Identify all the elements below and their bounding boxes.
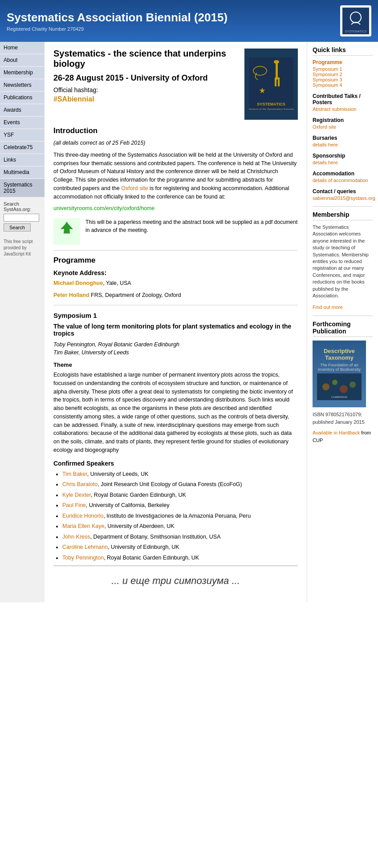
theme-label: Theme: [53, 361, 298, 368]
symposium3-link[interactable]: Symposium 3: [313, 77, 373, 82]
speaker-link[interactable]: Paul Fine: [62, 502, 86, 508]
list-item: Caroline Lehmann, University of Edinburg…: [62, 544, 298, 552]
search-button[interactable]: Search: [4, 223, 31, 231]
main-content: Systematics - the science that underpins…: [45, 42, 307, 602]
sidebar-item-newsletters[interactable]: Newsletters: [0, 79, 45, 91]
search-label: Search SystAss.org:: [4, 201, 41, 212]
intro-note: (all details correct as of 25 Feb 2015): [53, 139, 298, 147]
sidebar-item-ysf[interactable]: YSF: [0, 129, 45, 141]
list-item: Euridice Honorlo, Instituto de Investiga…: [62, 512, 298, 520]
sidebar-divider1: [313, 206, 373, 207]
search-input[interactable]: [4, 214, 39, 222]
sidebar-item-membership[interactable]: Membership: [0, 67, 45, 79]
qs-contributed: Contributed Talks / Posters Abstract sub…: [313, 93, 373, 112]
list-item: Kyle Dexter, Royal Botanic Garden Edinbu…: [62, 491, 298, 499]
hashtag-label: Official hashtag:: [53, 86, 238, 93]
sponsorship-link[interactable]: details here: [313, 160, 373, 165]
keynote2-name-link[interactable]: Peter Holland: [53, 292, 89, 298]
abstract-submission-link[interactable]: Abstract submission: [313, 106, 373, 112]
sponsorship-title: Sponsorship: [313, 153, 373, 159]
symposium4-link[interactable]: Symposium 4: [313, 82, 373, 88]
svg-rect-7: [275, 77, 276, 86]
available-link[interactable]: Available in Hardback: [313, 430, 360, 435]
qs-contact: Contact / queries sabiennial2015@systass…: [313, 188, 373, 201]
speaker-link[interactable]: Maria Ellen Kaye: [62, 523, 105, 529]
sidebar-item-multimedia[interactable]: Multimedia: [0, 166, 45, 178]
keynote1: Michael Donoghue, Yale, USA: [53, 279, 298, 288]
contributed-title: Contributed Talks / Posters: [313, 93, 373, 105]
sidebar-item-awards[interactable]: Awards: [0, 104, 45, 116]
programme-link[interactable]: Programme: [313, 59, 373, 65]
quick-links-title: Quick links: [313, 46, 373, 56]
paperless-note: This will be a paperless meeting and the…: [85, 218, 298, 234]
svg-point-6: [274, 60, 279, 64]
script-note: This free script provided by JavaScript …: [0, 235, 45, 261]
sidebar-item-systematics-2015[interactable]: Systematics 2015: [0, 179, 45, 197]
svg-point-15: [332, 380, 337, 385]
speaker-affil: , University of Edinburgh, UK: [108, 544, 179, 550]
speaker-link[interactable]: Toby Pennington: [62, 555, 104, 561]
svg-text:SYSTEMATICS: SYSTEMATICS: [257, 102, 285, 106]
oxford-site-link2[interactable]: Oxford site: [313, 124, 373, 130]
hashtag-value: #SAbiennial: [53, 95, 238, 103]
theme-text: Ecologists have established a large numb…: [53, 371, 298, 454]
svg-text:CAMBRIDGE: CAMBRIDGE: [331, 396, 347, 398]
membership-text: The Systematics Association welcomes any…: [313, 224, 373, 299]
bursaries-link[interactable]: details here: [313, 142, 373, 147]
bursaries-title: Bursaries: [313, 135, 373, 141]
nav-menu: HomeAboutMembershipNewslettersPublicatio…: [0, 42, 45, 197]
sidebar-divider2: [313, 316, 373, 316]
oxford-site-link[interactable]: Oxford site: [121, 185, 148, 191]
keynote1-name-link[interactable]: Michael Donoghue: [53, 280, 103, 286]
site-title: Systematics Association Biennial (2015): [7, 11, 228, 24]
speaker-link[interactable]: Tim Baker: [62, 471, 87, 477]
sidebar-item-celebrate75[interactable]: Celebrate75: [0, 142, 45, 154]
svg-point-14: [322, 383, 329, 390]
speaker-affil: , University of California, Berkeley: [86, 502, 170, 508]
speaker-link[interactable]: Chris Baraloto: [62, 481, 98, 487]
programme-heading: Programme: [53, 256, 298, 265]
membership-title: Membership: [313, 211, 373, 220]
qs-programme: Programme Symposium 1 Symposium 2 Sympos…: [313, 59, 373, 88]
symposium1-link[interactable]: Symposium 1: [313, 66, 373, 72]
keynote-heading: Keynote Address:: [53, 269, 298, 276]
svg-text:SYSTEMATICS: SYSTEMATICS: [345, 30, 367, 33]
accommodation-link[interactable]: universityrooms.com/en/city/oxford/home: [53, 205, 154, 211]
charity-number: Registered Charity Number 270429: [7, 26, 228, 32]
speaker-link[interactable]: John Kress: [62, 534, 90, 540]
accommodation-details-link[interactable]: details of accommodation: [313, 178, 373, 183]
publication-image: Descriptive Taxonomy The Foundation of a…: [313, 341, 366, 407]
search-section: Search SystAss.org: Search: [0, 198, 45, 235]
qs-accommodation: Accommodation details of accommodation: [313, 170, 373, 183]
page-layout: HomeAboutMembershipNewslettersPublicatio…: [0, 42, 378, 602]
keynote2-affil: FRS, Department of Zoology, Oxford: [89, 292, 181, 298]
symposium1-title: Symposium 1: [53, 312, 298, 319]
symposium2-link[interactable]: Symposium 2: [313, 72, 373, 77]
speaker-link[interactable]: Caroline Lehmann: [62, 544, 108, 550]
speaker-affil: , University of Leeds, UK: [87, 471, 149, 477]
speaker-affil: , Department of Botany, Smithsonian Inst…: [90, 534, 221, 540]
speaker-link[interactable]: Euridice Honorlo: [62, 513, 103, 519]
sidebar-item-about[interactable]: About: [0, 54, 45, 66]
main-header-text: Systematics - the science that underpins…: [53, 49, 238, 120]
svg-rect-8: [278, 77, 280, 86]
qs-sponsorship: Sponsorship details here: [313, 153, 373, 165]
divider-1: [53, 250, 298, 251]
list-item: John Kress, Department of Botany, Smiths…: [62, 533, 298, 541]
speaker-affil: , Instituto de Investigaciones de la Ama…: [103, 513, 251, 519]
page-dates: 26-28 August 2015 - University of Oxford: [53, 73, 238, 83]
main-header-area: Systematics - the science that underpins…: [53, 49, 298, 120]
sidebar-item-links[interactable]: Links: [0, 154, 45, 166]
speaker-link[interactable]: Kyle Dexter: [62, 492, 91, 498]
pub-sub: The Foundation of an Inventory of Biodiv…: [316, 363, 362, 372]
find-out-more-link[interactable]: Find out more: [313, 304, 343, 310]
list-item: Chris Baraloto, Joint Research Unit Ecol…: [62, 481, 298, 489]
recycle-icon-area: [53, 218, 80, 245]
contact-title: Contact / queries: [313, 188, 373, 195]
qs-bursaries: Bursaries details here: [313, 135, 373, 147]
sidebar-item-events[interactable]: Events: [0, 117, 45, 129]
contact-email-link[interactable]: sabiennial2015@systass.org: [313, 195, 373, 201]
available-text: Available in Hardback from CUP: [313, 429, 373, 444]
sidebar-item-home[interactable]: Home: [0, 42, 45, 54]
sidebar-item-publications[interactable]: Publications: [0, 92, 45, 104]
